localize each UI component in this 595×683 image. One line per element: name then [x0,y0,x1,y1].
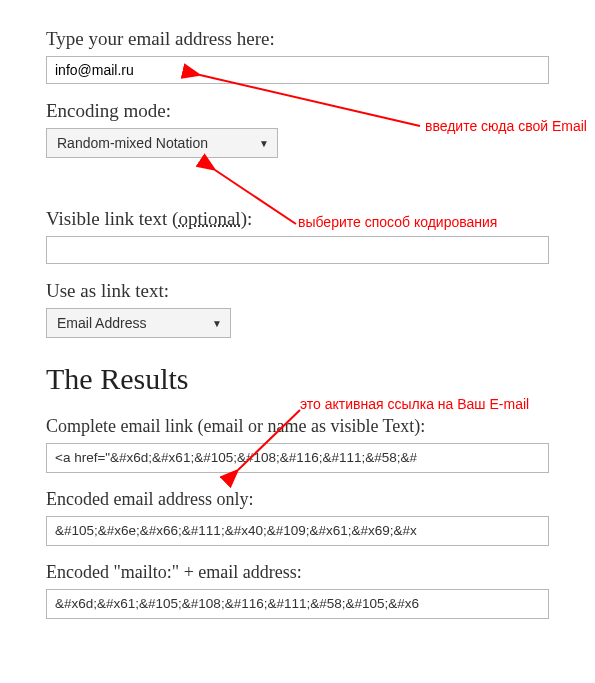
email-input[interactable] [46,56,549,84]
visible-text-block: Visible link text (optional): [46,208,549,264]
page: Type your email address here: Encoding m… [0,0,595,683]
visible-text-input[interactable] [46,236,549,264]
email-label: Type your email address here: [46,28,549,50]
email-block: Type your email address here: [46,28,549,84]
result-mailto-block: Encoded "mailto:" + email address: &#x6d… [46,562,549,619]
result-mailto-label: Encoded "mailto:" + email address: [46,562,549,583]
annotation-result: это активная ссылка на Ваш E-mail [300,396,529,414]
results-heading: The Results [46,362,549,396]
result-mailto-value[interactable]: &#x6d;&#x61;&#105;&#108;&#116;&#111;&#58… [46,589,549,619]
chevron-down-icon: ▼ [212,318,222,329]
chevron-down-icon: ▼ [259,138,269,149]
result-encoded-value[interactable]: &#105;&#x6e;&#x66;&#111;&#x40;&#109;&#x6… [46,516,549,546]
encoding-select[interactable]: Random-mixed Notation ▼ [46,128,278,158]
encoding-block: Encoding mode: Random-mixed Notation ▼ [46,100,549,158]
useas-block: Use as link text: Email Address ▼ [46,280,549,338]
result-encoded-label: Encoded email address only: [46,489,549,510]
useas-label: Use as link text: [46,280,549,302]
visible-text-label: Visible link text (optional): [46,208,549,230]
result-complete-value[interactable]: <a href="&#x6d;&#x61;&#105;&#108;&#116;&… [46,443,549,473]
result-complete-block: Complete email link (email or name as vi… [46,416,549,473]
encoding-label: Encoding mode: [46,100,549,122]
useas-select[interactable]: Email Address ▼ [46,308,231,338]
result-complete-label: Complete email link (email or name as vi… [46,416,549,437]
result-encoded-block: Encoded email address only: &#105;&#x6e;… [46,489,549,546]
encoding-select-value: Random-mixed Notation [57,135,208,151]
useas-select-value: Email Address [57,315,146,331]
